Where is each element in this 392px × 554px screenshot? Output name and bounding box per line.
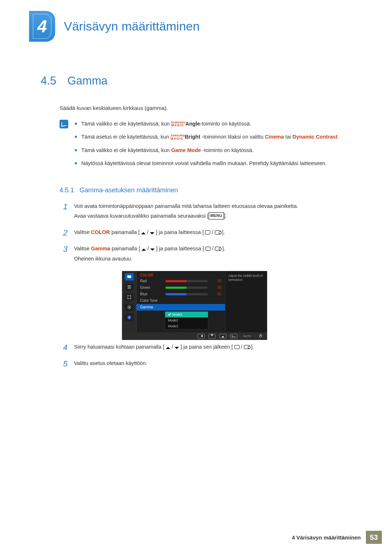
osd-row-blue[interactable]: Blue 50 <box>136 291 225 297</box>
samsung-magic-logo: SAMSUNG MAGIC <box>171 122 185 127</box>
enter-icon <box>244 345 250 349</box>
chapter-number-badge: 4 <box>29 11 55 42</box>
osd-option-mode3[interactable]: Mode3 <box>165 323 208 329</box>
osd-foot-power-icon[interactable] <box>257 334 264 338</box>
section-title: Gamma <box>68 74 107 87</box>
triangle-up-icon <box>141 232 146 234</box>
source-icon <box>205 247 211 251</box>
step-text: Siirry haluamaasi kohtaan painamalla [ /… <box>74 343 254 351</box>
menu-key-icon: MENU <box>209 212 224 219</box>
note-item: Tämä asetus ei ole käytettävissä, kun SA… <box>75 133 339 141</box>
step-number: 4 <box>60 343 68 353</box>
triangle-up-icon <box>142 249 146 251</box>
svg-rect-2 <box>127 287 131 287</box>
triangle-up-icon <box>166 347 170 349</box>
osd-nav-picture-icon[interactable] <box>125 273 134 280</box>
triangle-down-icon <box>150 232 154 234</box>
step: 2 Valitse COLOR painamalla [ / ] ja pain… <box>60 228 359 238</box>
note-item: Tämä valikko ei ole käytettävissä, kun G… <box>75 146 339 154</box>
osd-foot-down-icon[interactable] <box>208 334 216 338</box>
footer-text: 4 Värisävyn määrittäminen <box>292 534 366 541</box>
chapter-title: Värisävyn määrittäminen <box>64 19 200 33</box>
step: 4 Siirry haluamaasi kohtaan painamalla [… <box>60 343 359 353</box>
step-number: 3 <box>60 245 68 264</box>
svg-point-4 <box>128 307 130 308</box>
osd-footer: AUTO <box>122 332 267 340</box>
section-number: 4.5 <box>41 74 56 87</box>
step: 3 Valitse Gamma painamalla [ / ] ja pain… <box>60 245 359 264</box>
step-number: 5 <box>60 359 68 369</box>
osd-nav-settings-icon[interactable] <box>125 304 134 311</box>
svg-rect-0 <box>127 275 131 278</box>
page-footer: 4 Värisävyn määrittäminen 53 <box>292 531 382 544</box>
osd-foot-up-icon[interactable] <box>219 334 226 338</box>
subsection-title: Gamma-asetuksen määrittäminen <box>79 186 178 194</box>
step: 5 Valittu asetus otetaan käyttöön. <box>60 359 359 369</box>
osd-row-gamma[interactable]: Gamma <box>136 304 225 311</box>
note-icon <box>60 120 68 128</box>
subsection-heading: 4.5.1 Gamma-asetuksen määrittäminen <box>60 186 359 194</box>
footer-page-number: 53 <box>366 531 382 544</box>
note-item: Tämä valikko ei ole käytettävissä, kun S… <box>75 120 339 128</box>
osd-foot-left-icon[interactable] <box>197 334 205 338</box>
svg-rect-3 <box>127 288 131 288</box>
subsection-number: 4.5.1 <box>60 186 74 194</box>
triangle-down-icon <box>150 249 155 251</box>
section-heading: 4.5 Gamma <box>41 74 359 87</box>
step-text: Voit avata toimintonäppäinoppaan painama… <box>74 202 298 210</box>
osd-main: COLOR Red 50 Green 50 <box>136 271 225 332</box>
section-lead: Säädä kuvan keskialueen kirkkaus (gamma)… <box>60 105 359 111</box>
step-text: Valitse Gamma painamalla [ / ] ja paina … <box>74 245 225 253</box>
osd-panel-title: COLOR <box>136 271 225 278</box>
step-number: 1 <box>60 202 68 222</box>
osd-gamma-dropdown: Mode1 Mode2 Mode3 <box>165 311 208 329</box>
step-text: Valitse COLOR painamalla [ / ] ja paina … <box>74 228 225 237</box>
step-number: 2 <box>60 228 68 238</box>
svg-rect-6 <box>129 317 129 319</box>
osd-nav-list-icon[interactable] <box>125 283 134 291</box>
osd-sidebar <box>122 271 136 332</box>
chapter-number: 4 <box>37 16 47 36</box>
note-item: Näytössä käytettävissä olevat toiminnot … <box>75 159 339 167</box>
osd-hint: Adjust the middle level of luminance. <box>225 271 267 332</box>
svg-rect-7 <box>129 316 129 316</box>
enter-icon <box>215 230 221 234</box>
check-icon <box>168 312 171 316</box>
step: 1 Voit avata toimintonäppäinoppaan paina… <box>60 202 359 222</box>
chapter-header: 4 Värisävyn määrittäminen <box>0 0 392 42</box>
osd-nav-size-icon[interactable] <box>125 294 134 301</box>
triangle-down-icon <box>175 347 179 349</box>
step-text: Valittu asetus otetaan käyttöön. <box>74 359 147 368</box>
step-text: Avaa vastaava kuvaruutuvalikko painamall… <box>74 212 298 220</box>
source-icon <box>234 345 240 349</box>
enter-icon <box>215 247 221 251</box>
osd-option-mode2[interactable]: Mode2 <box>165 317 208 323</box>
osd-foot-enter-icon[interactable] <box>230 334 237 338</box>
source-icon <box>205 230 210 234</box>
step-text: Oheinen ikkuna avautuu. <box>74 255 225 263</box>
osd-option-mode1[interactable]: Mode1 <box>165 312 208 317</box>
osd-row-colortone[interactable]: Color Tone <box>136 297 225 304</box>
osd-window: COLOR Red 50 Green 50 <box>122 271 267 340</box>
osd-nav-info-icon[interactable] <box>125 314 134 321</box>
osd-row-green[interactable]: Green 50 <box>136 284 225 291</box>
osd-row-red[interactable]: Red 50 <box>136 278 225 284</box>
svg-rect-1 <box>127 286 131 286</box>
note-list: Tämä valikko ei ole käytettävissä, kun S… <box>75 120 339 173</box>
samsung-magic-logo: SAMSUNG MAGIC <box>171 135 185 140</box>
osd-foot-auto[interactable]: AUTO <box>241 335 253 338</box>
